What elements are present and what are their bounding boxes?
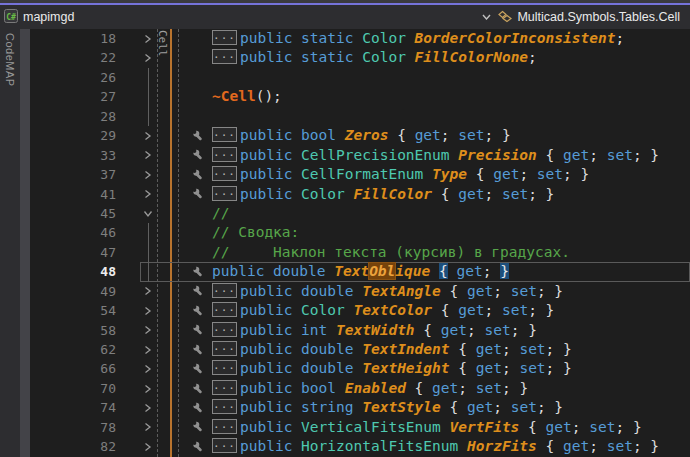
code-line-body: ...public string TextStyle { get; set; } xyxy=(140,398,690,417)
document-tab[interactable]: C# mapimgd xyxy=(0,5,84,29)
fold-margin xyxy=(140,126,155,145)
chevron-right-icon[interactable] xyxy=(143,422,152,432)
chevron-right-icon[interactable] xyxy=(143,53,152,63)
collapsed-region-box[interactable]: ... xyxy=(212,302,237,317)
code-line[interactable]: 46// Сводка: xyxy=(30,223,690,242)
fold-margin xyxy=(140,437,155,456)
code-token: { xyxy=(537,438,563,454)
fold-margin xyxy=(140,48,155,67)
chevron-right-icon[interactable] xyxy=(143,306,152,316)
code-line[interactable]: 18...public static Color BorderColorInco… xyxy=(30,29,690,48)
code-line[interactable]: 66...public double TextHeight { get; set… xyxy=(30,359,690,378)
code-line[interactable]: 82...public HorizontalFitsEnum HorzFits … xyxy=(30,437,690,456)
wrench-icon[interactable] xyxy=(192,265,205,278)
code-token: set xyxy=(589,419,615,435)
code-line[interactable]: 74...public string TextStyle { get; set;… xyxy=(30,398,690,417)
chevron-right-icon[interactable] xyxy=(143,384,152,394)
code-line-body: ...public HorizontalFitsEnum HorzFits { … xyxy=(140,437,690,456)
splitter-handle[interactable] xyxy=(20,29,30,457)
wrench-icon[interactable] xyxy=(192,324,205,337)
chevron-right-icon[interactable] xyxy=(143,131,152,141)
editor-main: CodeMAP Cell 18...public static Color Bo… xyxy=(0,29,690,457)
code-token: ; xyxy=(441,127,458,143)
collapsed-region-box[interactable]: ... xyxy=(212,49,237,64)
wrench-icon[interactable] xyxy=(192,382,205,395)
code-line[interactable]: 49...public double TextAngle { get; set;… xyxy=(30,282,690,301)
code-line[interactable]: 26 xyxy=(30,68,690,87)
chevron-right-icon[interactable] xyxy=(143,345,152,355)
wrench-icon[interactable] xyxy=(192,168,205,181)
code-line[interactable]: 29...public bool Zeros { get; set; } xyxy=(30,126,690,145)
code-line[interactable]: 27~Cell(); xyxy=(30,87,690,106)
collapsed-region-box[interactable]: ... xyxy=(212,186,237,201)
code-editor[interactable]: Cell 18...public static Color BorderColo… xyxy=(30,29,690,457)
wrench-icon[interactable] xyxy=(192,285,205,298)
collapsed-region-box[interactable]: ... xyxy=(212,380,237,395)
code-token: set xyxy=(476,380,502,396)
code-token: get xyxy=(563,147,589,163)
codemap-tool-tab[interactable]: CodeMAP xyxy=(0,29,20,457)
line-number: 45 xyxy=(30,204,140,223)
chevron-right-icon[interactable] xyxy=(143,403,152,413)
collapsed-region-box[interactable]: ... xyxy=(212,127,237,142)
chevron-right-icon[interactable] xyxy=(143,189,152,199)
collapsed-region-box[interactable]: ... xyxy=(212,341,237,356)
collapsed-region-box[interactable]: ... xyxy=(212,419,237,434)
code-line[interactable]: 47// Наклон текста (курсив) в градусах. xyxy=(30,243,690,262)
code-text: ~Cell(); xyxy=(155,87,690,106)
code-text: ...public int TextWidth { get; set; } xyxy=(155,321,690,340)
code-token: public xyxy=(240,186,301,202)
collapsed-region-box[interactable]: ... xyxy=(212,360,237,375)
chevron-right-icon[interactable] xyxy=(143,286,152,296)
chevron-down-icon[interactable] xyxy=(143,209,153,218)
code-token: ; } xyxy=(528,186,554,202)
chevron-right-icon[interactable] xyxy=(143,34,152,44)
code-line[interactable]: 37...public CellFormatEnum Type { get; s… xyxy=(30,165,690,184)
breadcrumb[interactable]: Multicad.Symbols.Tables.Cell xyxy=(497,9,680,25)
collapsed-region-box[interactable]: ... xyxy=(212,283,237,298)
wrench-icon[interactable] xyxy=(192,304,205,317)
wrench-icon[interactable] xyxy=(192,440,205,453)
wrench-icon[interactable] xyxy=(192,363,205,376)
code-text: ...public double TextHeight { get; set; … xyxy=(155,359,690,378)
code-line[interactable]: 62...public double TextIndent { get; set… xyxy=(30,340,690,359)
code-line[interactable]: 58...public int TextWidth { get; set; } xyxy=(30,321,690,340)
code-line[interactable]: 41...public Color FillColor { get; set; … xyxy=(30,185,690,204)
chevron-right-icon[interactable] xyxy=(143,442,152,452)
chevron-right-icon[interactable] xyxy=(143,170,152,180)
codemap-label: CodeMAP xyxy=(4,33,16,87)
code-token: get xyxy=(467,283,493,299)
collapsed-region-box[interactable]: ... xyxy=(212,147,237,162)
fold-margin xyxy=(140,185,155,204)
wrench-icon[interactable] xyxy=(192,402,205,415)
code-token: Enabled xyxy=(345,380,406,396)
wrench-icon[interactable] xyxy=(192,343,205,356)
code-token: HorzFits xyxy=(467,438,537,454)
code-line[interactable]: 33...public CellPrecisionEnum Precision … xyxy=(30,146,690,165)
code-line-current[interactable]: 48public double TextOblique { get; } xyxy=(30,262,690,281)
collapsed-region-box[interactable]: ... xyxy=(212,438,237,453)
code-line[interactable]: 45// xyxy=(30,204,690,223)
fold-scope-line xyxy=(148,87,149,106)
chevron-right-icon[interactable] xyxy=(143,325,152,335)
code-line[interactable]: 70...public bool Enabled { get; set; } xyxy=(30,379,690,398)
code-text: public double TextOblique { get; } xyxy=(155,262,690,281)
collapsed-region-box[interactable]: ... xyxy=(212,322,237,337)
chevron-right-icon[interactable] xyxy=(143,150,152,160)
wrench-icon[interactable] xyxy=(192,129,205,142)
code-line[interactable]: 54...public Color TextColor { get; set; … xyxy=(30,301,690,320)
collapsed-region-box[interactable]: ... xyxy=(212,30,237,45)
code-line[interactable]: 78...public VerticalFitsEnum VertFits { … xyxy=(30,418,690,437)
collapsed-region-box[interactable]: ... xyxy=(212,166,237,181)
chevron-right-icon[interactable] xyxy=(143,364,152,374)
code-line[interactable]: 28 xyxy=(30,107,690,126)
wrench-icon[interactable] xyxy=(192,149,205,162)
code-line[interactable]: 22...public static Color FillColorNone; xyxy=(30,48,690,67)
code-text: ...public double TextAngle { get; set; } xyxy=(155,282,690,301)
wrench-icon[interactable] xyxy=(192,421,205,434)
wrench-icon[interactable] xyxy=(192,188,205,201)
chevron-down-icon[interactable] xyxy=(482,14,491,20)
collapsed-region-box[interactable]: ... xyxy=(212,399,237,414)
code-text: ...public bool Enabled { get; set; } xyxy=(155,379,690,398)
code-token: TextHeight xyxy=(362,360,449,376)
